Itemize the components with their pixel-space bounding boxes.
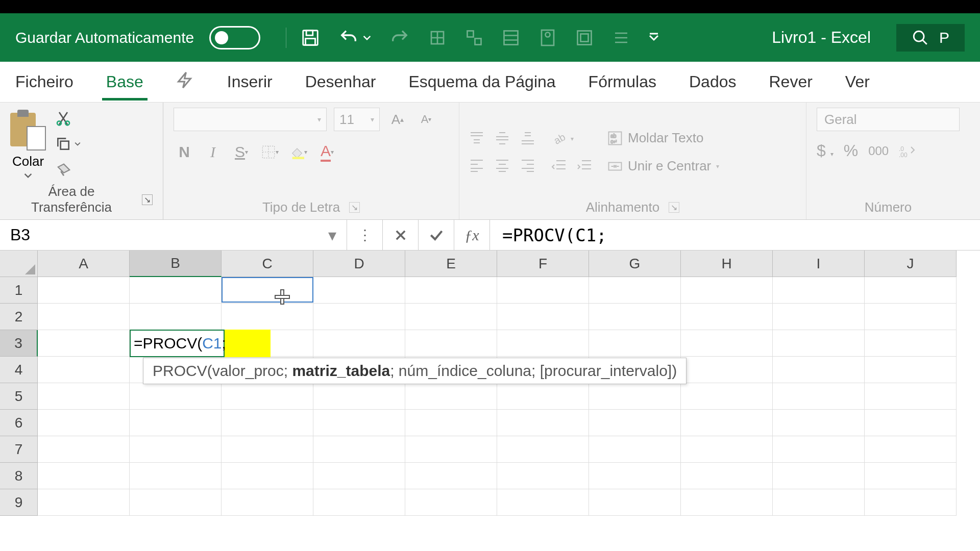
tab-data[interactable]: Dados [685, 66, 741, 97]
increase-indent-icon[interactable] [577, 159, 593, 173]
save-icon[interactable] [301, 28, 320, 47]
svg-text:c↵: c↵ [610, 139, 617, 144]
edit-prefix: =PROCV( [134, 335, 202, 352]
row-header-4[interactable]: 4 [0, 357, 38, 383]
tab-page-layout[interactable]: Esquema da Página [404, 66, 559, 97]
col-header-J[interactable]: J [865, 251, 957, 277]
decrease-font-icon[interactable]: A▾ [415, 109, 437, 130]
name-box[interactable]: B3 ▾ [0, 220, 347, 250]
col-header-B[interactable]: B [130, 251, 222, 277]
qat-icon-5[interactable] [575, 29, 594, 47]
col-header-D[interactable]: D [313, 251, 405, 277]
col-header-H[interactable]: H [681, 251, 773, 277]
comma-button[interactable]: 000 [868, 144, 889, 158]
row-header-6[interactable]: 6 [0, 410, 38, 436]
col-header-A[interactable]: A [38, 251, 130, 277]
align-right-icon[interactable] [521, 158, 537, 172]
row-header-3[interactable]: 3 [0, 330, 38, 357]
undo-dropdown-icon[interactable] [363, 34, 371, 42]
currency-button[interactable]: $ ▾ [817, 141, 834, 160]
formula-bar-more-icon[interactable]: ⋮ [347, 220, 383, 250]
format-painter-icon[interactable] [55, 161, 72, 179]
qat-icon-2[interactable] [465, 29, 483, 47]
col-header-F[interactable]: F [497, 251, 589, 277]
row-header-8[interactable]: 8 [0, 463, 38, 489]
align-top-icon[interactable] [470, 132, 486, 146]
bold-button[interactable]: N [174, 141, 195, 163]
function-tooltip[interactable]: PROCV(valor_proc; matriz_tabela; núm_índ… [143, 358, 687, 384]
cells-area[interactable] [38, 277, 957, 516]
underline-button[interactable]: S ▾ [231, 141, 252, 163]
select-all-corner[interactable] [0, 251, 38, 277]
alignment-launcher-icon[interactable]: ↘ [669, 202, 679, 213]
name-box-dropdown-icon[interactable]: ▾ [328, 226, 336, 245]
edit-ref: C1 [202, 335, 222, 352]
percent-button[interactable]: % [844, 141, 858, 160]
paste-dropdown-icon[interactable] [24, 172, 32, 179]
col-header-I[interactable]: I [773, 251, 865, 277]
tab-review[interactable]: Rever [765, 66, 816, 97]
col-header-C[interactable]: C [222, 251, 313, 277]
qat-icon-1[interactable] [428, 29, 447, 47]
tab-file[interactable]: Ficheiro [11, 66, 78, 97]
cut-icon[interactable] [55, 110, 71, 127]
tab-lightning-icon[interactable] [172, 65, 199, 99]
clipboard-launcher-icon[interactable]: ↘ [142, 194, 153, 205]
cancel-formula-button[interactable] [383, 220, 419, 250]
font-launcher-icon[interactable]: ↘ [349, 202, 360, 213]
enter-formula-button[interactable] [419, 220, 454, 250]
tab-insert[interactable]: Inserir [223, 66, 277, 97]
copy-button[interactable] [55, 136, 81, 152]
active-cell-B3[interactable]: =PROCV(C1; [130, 330, 225, 357]
svg-rect-16 [292, 157, 304, 159]
tooltip-arg2[interactable]: matriz_tabela [292, 362, 390, 379]
merge-center-button[interactable]: Unir e Centrar ▾ [607, 158, 719, 174]
group-clipboard-label: Área de Transferência [10, 184, 133, 215]
tooltip-arg4[interactable]: [procurar_intervalo] [540, 362, 672, 379]
align-center-icon[interactable] [495, 158, 511, 172]
tab-view[interactable]: Ver [841, 66, 874, 97]
font-color-button[interactable]: A ▾ [316, 141, 338, 163]
autosave-toggle[interactable] [209, 26, 260, 49]
redo-icon[interactable] [389, 28, 410, 48]
row-header-1[interactable]: 1 [0, 277, 38, 304]
fill-color-button[interactable]: ▾ [288, 141, 309, 163]
col-header-G[interactable]: G [589, 251, 681, 277]
group-alignment-label: Alinhamento [586, 199, 660, 215]
paste-icon[interactable] [10, 110, 46, 151]
increase-font-icon[interactable]: A▴ [387, 109, 408, 130]
search-box[interactable]: P [896, 24, 965, 52]
qat-icon-3[interactable] [502, 29, 520, 47]
row-header-9[interactable]: 9 [0, 489, 38, 516]
tooltip-arg3[interactable]: núm_índice_coluna [399, 362, 531, 379]
font-size-select[interactable]: 11▾ [334, 108, 380, 131]
row-header-5[interactable]: 5 [0, 383, 38, 410]
number-format-select[interactable]: Geral [817, 108, 960, 131]
orientation-button[interactable]: ab ▾ [551, 131, 593, 146]
borders-button[interactable]: ▾ [259, 141, 281, 163]
qat-customize-icon[interactable] [649, 33, 659, 43]
tooltip-arg1[interactable]: valor_proc [212, 362, 284, 379]
wrap-text-button[interactable]: abc↵ Moldar Texto [607, 130, 719, 146]
row-header-2[interactable]: 2 [0, 304, 38, 330]
increase-decimal-icon[interactable]: .0.00 [899, 144, 916, 158]
qat-icon-4[interactable] [538, 29, 557, 47]
qat-icon-6[interactable] [612, 29, 630, 47]
tooltip-func-name: PROCV [153, 362, 207, 379]
font-name-select[interactable]: ▾ [174, 108, 327, 131]
align-bottom-icon[interactable] [521, 132, 537, 146]
insert-function-button[interactable]: ƒx [454, 220, 490, 250]
italic-button[interactable]: I [202, 141, 224, 163]
formula-input[interactable]: =PROCV(C1; [490, 220, 980, 250]
tab-draw[interactable]: Desenhar [301, 66, 380, 97]
row-header-7[interactable]: 7 [0, 436, 38, 463]
align-left-icon[interactable] [470, 158, 486, 172]
paste-label[interactable]: Colar [12, 154, 44, 169]
spreadsheet-grid[interactable]: A B C D E F G H I J 1 2 3 4 5 6 7 8 9 =P [0, 251, 980, 551]
tab-formulas[interactable]: Fórmulas [584, 66, 660, 97]
tab-home[interactable]: Base [102, 66, 148, 97]
decrease-indent-icon[interactable] [551, 159, 568, 173]
align-middle-icon[interactable] [495, 132, 511, 146]
col-header-E[interactable]: E [405, 251, 497, 277]
undo-icon[interactable] [338, 28, 359, 48]
